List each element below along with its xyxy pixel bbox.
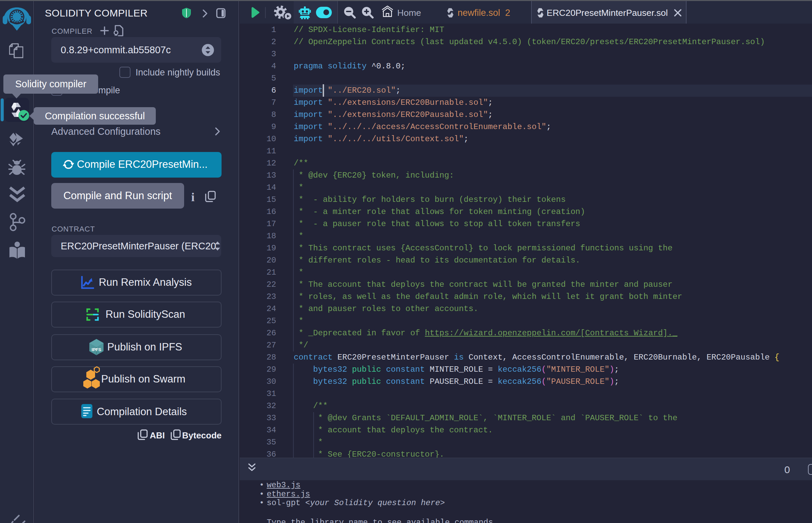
svg-text:IPFS: IPFS (92, 347, 102, 352)
